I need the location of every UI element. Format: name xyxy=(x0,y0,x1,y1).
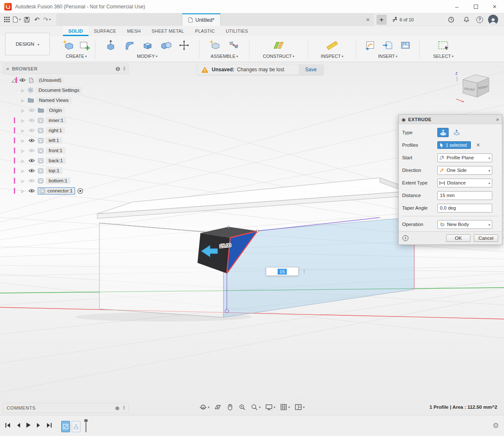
tree-item-right[interactable]: right:1 xyxy=(3,125,128,135)
start-dropdown[interactable]: Profile Plane xyxy=(437,153,492,162)
insert-canvas-icon[interactable] xyxy=(399,39,412,52)
timeline-settings-gear-icon[interactable] xyxy=(493,421,499,430)
fillet-icon[interactable] xyxy=(123,39,135,52)
expander-icon[interactable] xyxy=(20,138,26,143)
tree-item-connector[interactable]: connector:1 xyxy=(3,186,128,196)
distance-input[interactable] xyxy=(437,191,492,200)
pan-icon[interactable] xyxy=(225,402,234,412)
extrude-dialog-header[interactable]: EXTRUDE xyxy=(399,115,502,124)
redo-button[interactable]: ↷ xyxy=(42,15,52,25)
modify-dropdown[interactable]: MODIFY xyxy=(137,54,158,59)
comments-bar[interactable]: COMMENTS xyxy=(3,403,128,413)
create-sketch-icon[interactable] xyxy=(78,39,91,52)
tree-item-bottom[interactable]: bottom:1 xyxy=(3,176,128,186)
move-copy-icon[interactable] xyxy=(178,39,190,51)
tree-item-origin[interactable]: Origin xyxy=(3,105,128,115)
visibility-eye-icon[interactable] xyxy=(28,158,36,163)
close-button[interactable] xyxy=(485,0,504,13)
measure-icon[interactable] xyxy=(325,39,339,52)
play-button[interactable] xyxy=(26,422,31,429)
document-tab[interactable]: Untitled* xyxy=(182,13,221,26)
insert-svg-icon[interactable] xyxy=(364,39,377,52)
tab-utilities[interactable]: UTILITIES xyxy=(220,26,253,36)
expander-icon[interactable] xyxy=(20,148,26,153)
profiles-selected-chip[interactable]: 1 selected xyxy=(437,141,471,149)
maximize-button[interactable] xyxy=(466,0,485,13)
combine-icon[interactable] xyxy=(160,39,172,52)
save-button[interactable]: Save xyxy=(299,65,323,75)
timeline-sketch-item[interactable] xyxy=(61,421,70,432)
zoom-window-button[interactable] xyxy=(249,402,261,412)
step-forward-button[interactable] xyxy=(36,423,41,429)
tree-item-named-views[interactable]: Named Views xyxy=(3,95,128,105)
timeline-extrude-item[interactable] xyxy=(72,421,81,432)
workspace-selector[interactable]: DESIGN xyxy=(5,33,50,55)
go-to-start-button[interactable] xyxy=(5,423,10,429)
visibility-eye-icon[interactable] xyxy=(28,118,36,122)
step-back-button[interactable] xyxy=(16,423,21,429)
create-dropdown[interactable]: CREATE xyxy=(66,54,87,59)
tab-sheet-metal[interactable]: SHEET METAL xyxy=(146,26,190,36)
new-component-icon[interactable] xyxy=(209,39,221,52)
operation-dropdown[interactable]: New Body xyxy=(437,220,492,229)
select-icon[interactable] xyxy=(436,39,450,52)
expander-icon[interactable] xyxy=(20,117,26,123)
dialog-dock-icon[interactable] xyxy=(496,117,499,122)
expander-icon[interactable] xyxy=(20,158,26,164)
browser-header[interactable]: BROWSER xyxy=(3,64,128,74)
visibility-eye-icon[interactable] xyxy=(28,108,36,112)
visibility-eye-icon[interactable] xyxy=(28,179,36,183)
ok-button[interactable]: OK xyxy=(446,234,470,242)
undo-icon[interactable]: ↶ xyxy=(32,15,42,25)
insert-derive-icon[interactable] xyxy=(382,39,394,52)
construct-plane-icon[interactable] xyxy=(272,39,286,52)
tab-surface[interactable]: SURFACE xyxy=(88,26,122,36)
extrude-type-solid-button[interactable] xyxy=(437,128,449,137)
go-to-end-button[interactable] xyxy=(47,423,52,429)
tree-item-inner[interactable]: inner:1 xyxy=(3,115,128,125)
cancel-button[interactable]: Cancel xyxy=(474,234,498,242)
assemble-dropdown[interactable]: ASSEMBLE xyxy=(210,54,238,59)
tree-item-document[interactable]: (Unsaved) xyxy=(3,75,128,85)
browser-grip-icon[interactable] xyxy=(123,66,125,72)
direction-dropdown[interactable]: One Side xyxy=(437,166,492,175)
orbit-button[interactable] xyxy=(198,402,210,412)
info-icon[interactable] xyxy=(403,235,408,241)
visibility-eye-icon[interactable] xyxy=(28,169,36,173)
selected-tree-item[interactable]: connector:1 xyxy=(38,187,75,195)
tree-item-back[interactable]: back:1 xyxy=(3,156,128,166)
expander-icon[interactable] xyxy=(20,188,26,194)
save-icon[interactable] xyxy=(22,15,32,25)
new-tab-button[interactable] xyxy=(377,15,387,25)
visibility-eye-icon[interactable] xyxy=(28,189,36,193)
dimension-input[interactable]: 15 xyxy=(266,267,299,276)
joint-icon[interactable] xyxy=(227,39,240,52)
tree-item-document-settings[interactable]: Document Settings xyxy=(3,85,128,95)
minimize-button[interactable] xyxy=(447,0,466,13)
construct-dropdown[interactable]: CONSTRUCT xyxy=(263,54,294,59)
close-tab-icon[interactable] xyxy=(362,17,374,23)
collapse-browser-icon[interactable] xyxy=(6,66,9,72)
notifications-clock-icon[interactable] xyxy=(446,15,456,25)
avatar[interactable] xyxy=(488,15,498,25)
tree-item-left[interactable]: left:1 xyxy=(3,135,128,145)
help-icon[interactable] xyxy=(476,16,483,23)
activate-component-radio-icon[interactable] xyxy=(77,188,83,194)
visibility-eye-icon[interactable] xyxy=(28,138,36,143)
tab-mesh[interactable]: MESH xyxy=(122,26,146,36)
dimension-input-handle-icon[interactable] xyxy=(301,267,307,276)
expander-icon[interactable] xyxy=(20,87,26,93)
create-form-icon[interactable] xyxy=(62,39,75,52)
viewports-button[interactable] xyxy=(294,402,306,412)
viewport[interactable]: 15.00 Unsaved: Changes may be lost Save … xyxy=(0,62,504,415)
inspect-dropdown[interactable]: INSPECT xyxy=(321,54,343,59)
comments-grip-icon[interactable] xyxy=(123,405,125,411)
add-comment-icon[interactable] xyxy=(115,405,120,411)
tree-item-top[interactable]: top:1 xyxy=(3,166,128,176)
bell-icon[interactable] xyxy=(461,15,471,25)
expander-icon[interactable] xyxy=(20,168,26,174)
extent-type-dropdown[interactable]: Distance xyxy=(437,179,492,187)
extrude-type-thin-button[interactable] xyxy=(451,128,462,137)
press-pull-icon[interactable] xyxy=(104,39,117,52)
tree-item-front[interactable]: front:1 xyxy=(3,145,128,156)
